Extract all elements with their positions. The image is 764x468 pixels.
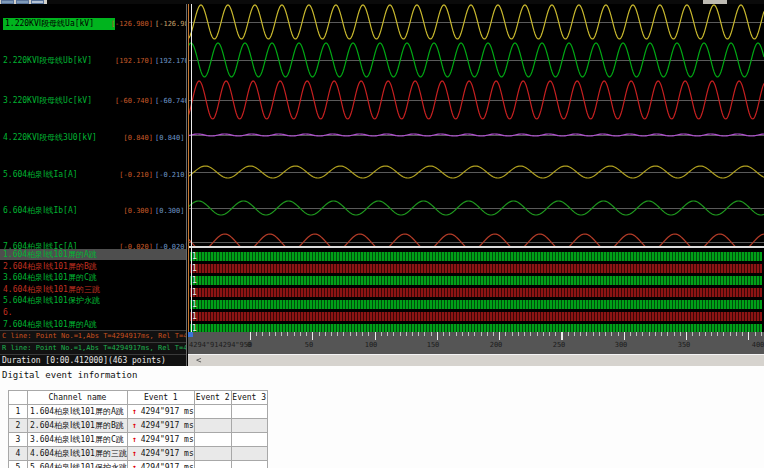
axis-tick-label: 100 bbox=[365, 341, 378, 349]
event2-cell bbox=[194, 447, 231, 461]
event3-cell bbox=[231, 419, 267, 433]
scroll-left-arrow-icon[interactable]: < bbox=[196, 355, 201, 366]
axis-tick-label: 200 bbox=[490, 341, 503, 349]
digital-trace: 1 bbox=[190, 288, 762, 297]
horizontal-scrollbar[interactable]: < bbox=[188, 354, 764, 366]
digital-channel-label[interactable]: 5.604柏泉Ⅰ线101保护永跳 bbox=[0, 295, 187, 306]
cursor-value: [-60.740] bbox=[109, 95, 153, 107]
digital-trace: 1 bbox=[190, 300, 762, 309]
duration-status: Duration [0:00.412000](463 points) bbox=[0, 354, 187, 366]
column-header: Event 3 bbox=[231, 391, 267, 405]
analog-channel-row: 3.220KVⅠ段母线Uc[kV] [-60.740] [-60.740] bbox=[0, 95, 187, 108]
rising-edge-arrow-icon: ↑ bbox=[132, 463, 137, 468]
digital-state-value: 1 bbox=[192, 264, 197, 273]
rising-edge-arrow-icon: ↑ bbox=[132, 435, 137, 444]
time-axis-ruler[interactable]: 4294"914294"950 0 50 100 150 200 250 300… bbox=[188, 332, 764, 354]
digital-channel-label[interactable]: 7.604柏泉Ⅰ线101屏的A跳 bbox=[0, 319, 187, 330]
digital-state-value: 1 bbox=[192, 300, 197, 309]
digital-event-section: Digital event information Channel name E… bbox=[0, 366, 764, 468]
row-number: 3 bbox=[9, 433, 28, 447]
event2-cell bbox=[194, 419, 231, 433]
channel-name-cell: 3.604柏泉Ⅰ线101屏的C跳 bbox=[28, 433, 128, 447]
c-line-cursor[interactable] bbox=[188, 4, 189, 332]
digital-trace: 1 bbox=[190, 252, 762, 261]
table-row[interactable]: 1 1.604柏泉Ⅰ线101屏的A跳 ↑4294"917 ms bbox=[9, 405, 268, 419]
table-row[interactable]: 2 2.604柏泉Ⅰ线101屏的B跳 ↑4294"917 ms bbox=[9, 419, 268, 433]
table-row[interactable]: 5 5.604柏泉Ⅰ线101保护永跳 ↑4294"917 ms bbox=[9, 461, 268, 468]
event2-cell bbox=[194, 461, 231, 468]
row-number: 4 bbox=[9, 447, 28, 461]
analog-waveform-plot[interactable] bbox=[188, 4, 764, 246]
digital-event-table: Channel name Event 1 Event 2 Event 3 1 1… bbox=[8, 390, 268, 468]
ref-value: [-126.980] bbox=[155, 18, 187, 30]
axis-tick-label: 150 bbox=[427, 341, 440, 349]
waveform-workspace: 1.220KVⅠ段母线Ua[kV] [-126.980] [-126.980] … bbox=[0, 4, 764, 366]
event1-time: 4294"917 ms bbox=[141, 463, 194, 468]
column-header: Event 1 bbox=[127, 391, 194, 405]
cursor-value: [0.840] bbox=[109, 132, 153, 144]
row-number: 2 bbox=[9, 419, 28, 433]
event3-cell bbox=[231, 461, 267, 468]
axis-tick-label: 0 bbox=[247, 341, 251, 349]
axis-tick-label: 250 bbox=[553, 341, 566, 349]
digital-channel-label[interactable]: 6. bbox=[0, 307, 187, 318]
ref-value: [192.170] bbox=[155, 55, 187, 67]
rising-edge-arrow-icon: ↑ bbox=[132, 421, 137, 430]
ruler-cursor-marker[interactable] bbox=[188, 332, 193, 337]
r-line-cursor[interactable] bbox=[191, 4, 192, 332]
ref-value: [0.840] bbox=[155, 132, 185, 144]
analog-channel-label[interactable]: 3.220KVⅠ段母线Uc[kV] bbox=[3, 95, 92, 107]
cursor-value: [-0.210] bbox=[109, 169, 153, 181]
analog-channel-label[interactable]: 4.220KVⅠ段母线3U0[kV] bbox=[3, 132, 97, 144]
axis-tick-label: 350 bbox=[678, 341, 691, 349]
ref-line-status: R line: Point No.=1,Abs T=4294917ms, Rel… bbox=[0, 342, 187, 354]
axis-tick-label: 50 bbox=[305, 341, 313, 349]
rising-edge-arrow-icon: ↑ bbox=[132, 407, 137, 416]
digital-trace-region[interactable]: 1 1 1 1 1 1 1 bbox=[188, 246, 764, 332]
channel-list-panel: 1.220KVⅠ段母线Ua[kV] [-126.980] [-126.980] … bbox=[0, 4, 187, 366]
digital-channel-label[interactable]: 1.604柏泉Ⅰ线101屏的A跳 bbox=[0, 249, 187, 260]
event1-cell: ↑4294"917 ms bbox=[127, 461, 194, 468]
analog-channel-label[interactable]: 1.220KVⅠ段母线Ua[kV] bbox=[3, 18, 115, 30]
row-number-header bbox=[9, 391, 28, 405]
event1-time: 4294"917 ms bbox=[141, 421, 194, 430]
analog-channel-label[interactable]: 5.604柏泉Ⅰ线Ia[A] bbox=[3, 169, 78, 181]
event3-cell bbox=[231, 447, 267, 461]
table-row[interactable]: 3 3.604柏泉Ⅰ线101屏的C跳 ↑4294"917 ms bbox=[9, 433, 268, 447]
table-row[interactable]: 4 4.604柏泉Ⅰ线101屏的三跳 ↑4294"917 ms bbox=[9, 447, 268, 461]
channel-name-cell: 5.604柏泉Ⅰ线101保护永跳 bbox=[28, 461, 128, 468]
event1-cell: ↑4294"917 ms bbox=[127, 419, 194, 433]
analog-channel-row: 4.220KVⅠ段母线3U0[kV] [0.840] [0.840] bbox=[0, 132, 187, 145]
digital-trace: 1 bbox=[190, 312, 762, 321]
channel-name-cell: 4.604柏泉Ⅰ线101屏的三跳 bbox=[28, 447, 128, 461]
digital-channel-label[interactable]: 3.604柏泉Ⅰ线101屏的C跳 bbox=[0, 272, 187, 283]
digital-state-value: 1 bbox=[192, 288, 197, 297]
event3-cell bbox=[231, 405, 267, 419]
digital-state-value: 1 bbox=[192, 276, 197, 285]
column-header: Channel name bbox=[28, 391, 128, 405]
ref-value: [0.300] bbox=[155, 205, 185, 217]
row-number: 5 bbox=[9, 461, 28, 468]
digital-trace: 1 bbox=[190, 264, 762, 273]
cursor-value: [0.300] bbox=[109, 205, 153, 217]
digital-state-value: 1 bbox=[192, 312, 197, 321]
event1-cell: ↑4294"917 ms bbox=[127, 447, 194, 461]
analog-channel-label[interactable]: 2.220KVⅠ段母线Ub[kV] bbox=[3, 55, 92, 67]
row-number: 1 bbox=[9, 405, 28, 419]
digital-state-value: 1 bbox=[192, 252, 197, 261]
ref-value: [-0.210] bbox=[155, 169, 187, 181]
cursor-line-status: C line: Point No.=1,Abs T=4294917ms, Rel… bbox=[0, 330, 187, 342]
channel-name-cell: 2.604柏泉Ⅰ线101屏的B跳 bbox=[28, 419, 128, 433]
event3-cell bbox=[231, 433, 267, 447]
event2-cell bbox=[194, 433, 231, 447]
analog-channel-row: 1.220KVⅠ段母线Ua[kV] [-126.980] [-126.980] bbox=[0, 18, 187, 31]
digital-channel-label[interactable]: 4.604柏泉Ⅰ线101屏的三跳 bbox=[0, 284, 187, 295]
axis-tick-label: 400 bbox=[752, 341, 764, 349]
digital-channel-label[interactable]: 2.604柏泉Ⅰ线101屏的B跳 bbox=[0, 261, 187, 272]
cursor-value: [-126.980] bbox=[109, 18, 153, 30]
column-header: Event 2 bbox=[194, 391, 231, 405]
analog-channel-row: 6.604柏泉Ⅰ线Ib[A] [0.300] [0.300] bbox=[0, 205, 187, 218]
event1-cell: ↑4294"917 ms bbox=[127, 405, 194, 419]
channel-name-cell: 1.604柏泉Ⅰ线101屏的A跳 bbox=[28, 405, 128, 419]
analog-channel-label[interactable]: 6.604柏泉Ⅰ线Ib[A] bbox=[3, 205, 78, 217]
